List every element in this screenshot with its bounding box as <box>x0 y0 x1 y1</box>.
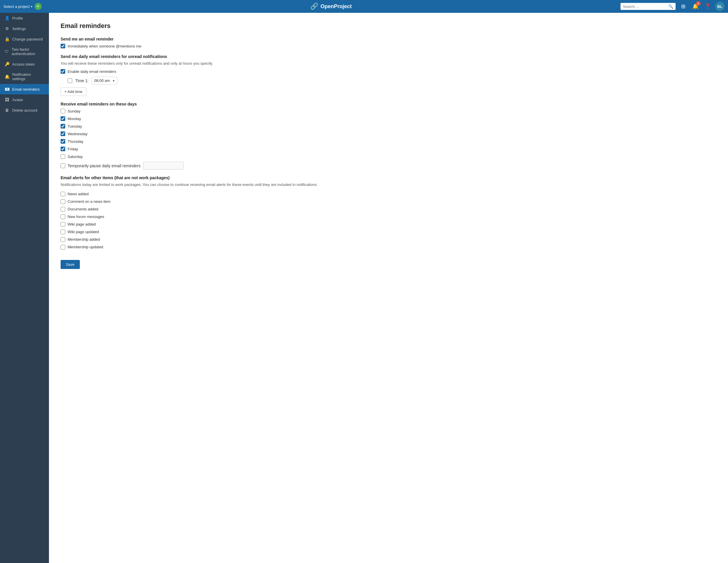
day-row-tuesday: Tuesday <box>61 124 716 128</box>
days-section: Receive email reminders on these days Su… <box>61 102 716 169</box>
time-label: Time 1: <box>75 78 89 83</box>
sidebar-label-two-factor: Two-factor authentication <box>12 47 44 56</box>
sidebar-item-two-factor[interactable]: 🛡Two-factor authentication <box>0 44 49 59</box>
day-checkbox-saturday[interactable] <box>61 154 65 159</box>
enable-daily-label[interactable]: Enable daily email reminders <box>68 69 116 74</box>
immediate-reminder-title: Send me an email reminder <box>61 37 716 41</box>
day-label-friday[interactable]: Friday <box>68 147 78 151</box>
day-row-friday: Friday <box>61 146 716 151</box>
mention-checkbox[interactable] <box>61 44 65 48</box>
enable-daily-checkbox[interactable] <box>61 69 65 74</box>
mention-label[interactable]: Immediately when someone @mentions me <box>68 44 141 48</box>
sidebar-icon-email-reminders: 📧 <box>5 87 9 91</box>
alert-label-wiki-page-updated[interactable]: Wiki page updated <box>68 229 99 234</box>
immediate-reminder-section: Send me an email reminder Immediately wh… <box>61 37 716 48</box>
day-label-tuesday[interactable]: Tuesday <box>68 124 82 128</box>
days-container: SundayMondayTuesdayWednesdayThursdayFrid… <box>61 109 716 159</box>
day-row-monday: Monday <box>61 116 716 121</box>
sidebar-item-email-reminders[interactable]: 📧Email reminders <box>0 84 49 94</box>
sidebar-icon-settings: ⚙ <box>5 26 9 31</box>
sidebar-label-notification-settings: Notification settings <box>12 72 44 81</box>
avatar-initials: BL <box>717 4 722 9</box>
logo: 🔗 OpenProject <box>310 3 352 10</box>
search-input[interactable] <box>623 4 667 9</box>
alert-checkbox-news-added[interactable] <box>61 192 65 196</box>
day-checkbox-thursday[interactable] <box>61 139 65 144</box>
top-nav-center: 🔗 OpenProject <box>42 3 621 10</box>
alert-label-comment-on-a-news-item[interactable]: Comment on a news item <box>68 199 110 204</box>
day-label-sunday[interactable]: Sunday <box>68 109 80 113</box>
project-selector[interactable]: Select a project ▾ <box>3 4 32 9</box>
search-icon: 🔍 <box>668 4 673 9</box>
day-row-thursday: Thursday <box>61 139 716 144</box>
day-checkbox-sunday[interactable] <box>61 109 65 113</box>
sidebar-icon-change-password: 🔒 <box>5 37 9 41</box>
sidebar-icon-access-token: 🔑 <box>5 62 9 66</box>
time1-checkbox[interactable] <box>68 78 72 83</box>
sidebar-item-settings[interactable]: ⚙Settings <box>0 23 49 34</box>
daily-reminder-title: Send me daily email reminders for unread… <box>61 54 716 59</box>
day-checkbox-friday[interactable] <box>61 146 65 151</box>
notification-badge: 5 <box>696 1 701 6</box>
alert-row-3: New forum messages <box>61 214 716 219</box>
logo-icon: 🔗 <box>310 3 318 10</box>
days-section-title: Receive email reminders on these days <box>61 102 716 106</box>
alerts-section-title: Email alerts for other items (that are n… <box>61 175 716 180</box>
alert-checkbox-documents-added[interactable] <box>61 207 65 211</box>
sidebar-item-avatar[interactable]: 🖼Avatar <box>0 94 49 105</box>
sidebar-item-change-password[interactable]: 🔒Change password <box>0 34 49 44</box>
alert-row-7: Membership updated <box>61 245 716 249</box>
search-box[interactable]: 🔍 <box>621 3 676 10</box>
grid-menu-button[interactable]: ⊞ <box>678 2 688 11</box>
day-checkbox-wednesday[interactable] <box>61 131 65 136</box>
alert-checkbox-wiki-page-updated[interactable] <box>61 229 65 234</box>
alert-checkbox-membership-added[interactable] <box>61 237 65 242</box>
pause-label[interactable]: Temporarily pause daily email reminders <box>68 163 141 168</box>
sidebar-item-profile[interactable]: 👤Profile <box>0 13 49 23</box>
sidebar-item-notification-settings[interactable]: 🔔Notification settings <box>0 69 49 84</box>
alert-label-wiki-page-added[interactable]: Wiki page added <box>68 222 96 226</box>
sidebar-label-settings: Settings <box>12 27 26 31</box>
pause-row: Temporarily pause daily email reminders <box>61 162 716 169</box>
alert-checkbox-wiki-page-added[interactable] <box>61 222 65 227</box>
alert-row-4: Wiki page added <box>61 222 716 227</box>
sidebar-icon-two-factor: 🛡 <box>5 49 9 54</box>
save-button[interactable]: Save <box>61 260 80 269</box>
alert-checkbox-membership-updated[interactable] <box>61 245 65 249</box>
alert-checkbox-comment-on-a-news-item[interactable] <box>61 199 65 204</box>
alerts-container: News addedComment on a news itemDocument… <box>61 192 716 249</box>
alert-label-news-added[interactable]: News added <box>68 192 89 196</box>
project-selector-arrow: ▾ <box>31 5 32 8</box>
mention-checkbox-row: Immediately when someone @mentions me <box>61 44 716 48</box>
sidebar-item-access-token[interactable]: 🔑Access token <box>0 59 49 69</box>
sidebar-item-delete-account[interactable]: 🗑Delete account <box>0 105 49 115</box>
sidebar-icon-profile: 👤 <box>5 16 9 20</box>
alert-label-new-forum-messages[interactable]: New forum messages <box>68 214 104 219</box>
sidebar-label-access-token: Access token <box>12 62 35 66</box>
day-label-monday[interactable]: Monday <box>68 116 81 121</box>
enable-daily-row: Enable daily email reminders <box>61 69 716 74</box>
time-select[interactable]: 12:00 am01:00 am02:00 am03:00 am04:00 am… <box>91 77 117 84</box>
add-project-button[interactable]: + <box>35 3 42 10</box>
top-navigation: Select a project ▾ + 🔗 OpenProject 🔍 ⊞ 🔔… <box>0 0 728 13</box>
main-content: Email reminders Send me an email reminde… <box>49 13 728 563</box>
alert-label-membership-added[interactable]: Membership added <box>68 237 100 241</box>
day-checkbox-tuesday[interactable] <box>61 124 65 128</box>
day-label-thursday[interactable]: Thursday <box>68 139 83 144</box>
alert-label-documents-added[interactable]: Documents added <box>68 207 98 211</box>
alerts-section: Email alerts for other items (that are n… <box>61 175 716 249</box>
day-checkbox-monday[interactable] <box>61 116 65 121</box>
alert-checkbox-new-forum-messages[interactable] <box>61 214 65 219</box>
pause-date-input[interactable] <box>143 162 184 169</box>
help-button[interactable]: ❓ <box>703 2 712 11</box>
time-row: Time 1: 12:00 am01:00 am02:00 am03:00 am… <box>68 77 716 84</box>
page-title: Email reminders <box>61 22 716 30</box>
add-time-button[interactable]: + Add time <box>61 87 86 96</box>
avatar-button[interactable]: BL <box>715 2 725 11</box>
day-label-saturday[interactable]: Saturday <box>68 154 83 159</box>
day-label-wednesday[interactable]: Wednesday <box>68 132 87 136</box>
notifications-button[interactable]: 🔔 5 <box>691 2 700 11</box>
sidebar-label-avatar: Avatar <box>12 98 23 102</box>
alert-label-membership-updated[interactable]: Membership updated <box>68 245 103 249</box>
pause-checkbox[interactable] <box>61 163 65 168</box>
